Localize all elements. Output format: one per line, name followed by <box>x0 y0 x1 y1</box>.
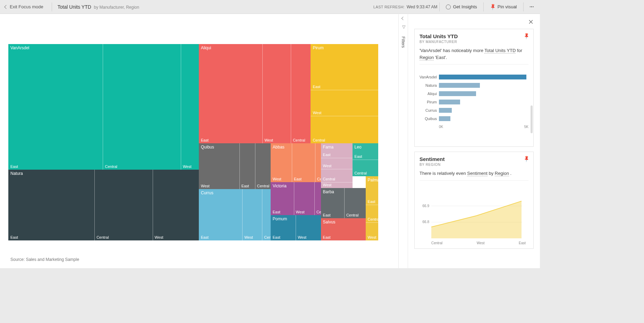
insight-card-text: 'VanArsdel' has noticeably more Total Un… <box>420 47 528 65</box>
treemap-subregion[interactable]: East <box>8 170 94 240</box>
treemap-subregion[interactable]: West <box>294 182 314 215</box>
treemap-visual[interactable]: EastCentralWestVanArsdelEastCentralWestN… <box>8 44 378 240</box>
bar-label: Quibus <box>420 117 439 121</box>
treemap-node-label: Palma <box>368 178 378 182</box>
svg-text:66.9: 66.9 <box>423 204 430 207</box>
treemap-subregion-label: East <box>294 177 302 181</box>
bar-segment[interactable] <box>439 91 476 96</box>
treemap-subregion[interactable]: West <box>262 44 291 143</box>
treemap-subregion[interactable]: West <box>242 189 262 240</box>
bar-label: Currus <box>420 108 439 112</box>
treemap-node-aliqui[interactable]: EastWestCentralAliqui <box>199 44 311 143</box>
link-sentiment[interactable]: Sentiment <box>467 171 488 176</box>
treemap-subregion[interactable]: East <box>199 44 262 143</box>
bar-segment[interactable] <box>439 75 526 79</box>
get-insights-label: Get Insights <box>453 4 477 9</box>
treemap-subregion[interactable]: West <box>321 182 353 188</box>
treemap-subregion[interactable]: Central <box>353 160 378 176</box>
treemap-subregion-label: West <box>201 184 210 188</box>
treemap-subregion[interactable]: Central <box>262 189 270 240</box>
bar-row: Quibus <box>420 114 528 123</box>
axis-tick: Central <box>431 241 442 245</box>
more-options-button[interactable] <box>526 5 538 9</box>
treemap-subregion[interactable]: Central <box>94 170 152 240</box>
ellipsis-icon <box>530 6 534 7</box>
insight-card-units[interactable]: 📌 Total Units YTD BY MANUFACTURER 'VanAr… <box>414 29 534 147</box>
exit-focus-button[interactable]: Exit Focus mode <box>2 3 46 11</box>
treemap-subregion-label: Central <box>355 171 367 175</box>
treemap-subregion[interactable]: West <box>181 44 199 170</box>
treemap-node-currus[interactable]: EastWestCentralCurrus <box>199 189 271 240</box>
insight-card-title: Sentiment <box>420 156 528 162</box>
treemap-subregion-label: West <box>323 164 332 168</box>
treemap-subregion-label: Central <box>317 177 321 181</box>
treemap-node-abbas[interactable]: WestEastCentralAbbas <box>271 143 321 182</box>
treemap-node-natura[interactable]: EastCentralWestNatura <box>8 170 199 240</box>
get-insights-button[interactable]: Get Insights <box>442 3 481 11</box>
treemap-node-palma[interactable]: EastCentralWestPalma <box>366 176 378 240</box>
chevron-left-icon[interactable] <box>401 17 405 20</box>
treemap-subregion[interactable]: East <box>8 44 103 170</box>
filters-rail[interactable]: ◁ Filters <box>398 14 408 268</box>
treemap-node-barba[interactable]: EastCentralBarba <box>321 188 366 218</box>
treemap-node-leo[interactable]: EastCentralLeo <box>353 143 378 176</box>
treemap-node-fama[interactable]: EastWestCentralWestFama <box>321 143 353 188</box>
treemap-node-salvus[interactable]: EastSalvus <box>321 218 366 240</box>
insight-card-sentiment[interactable]: 📌 Sentiment BY REGION There is relativel… <box>414 152 534 249</box>
treemap-subregion-label: West <box>323 183 332 187</box>
bar-label: Aliqui <box>420 92 439 96</box>
treemap-node-vanarsdel[interactable]: EastCentralWestVanArsdel <box>8 44 199 170</box>
treemap-subregion[interactable]: West <box>153 170 199 240</box>
area-chart-axis: CentralWestEast <box>420 240 528 245</box>
bar-segment[interactable] <box>439 116 450 121</box>
treemap-node-pirum[interactable]: EastWestCentralPirum <box>311 44 378 143</box>
treemap-subregion-label: West <box>298 235 306 239</box>
treemap-subregion[interactable]: East <box>199 189 242 240</box>
treemap-subregion[interactable]: West <box>199 143 239 189</box>
scrollbar-thumb[interactable] <box>531 105 533 133</box>
top-bar: Exit Focus mode Total Units YTD by Manuf… <box>0 0 540 14</box>
bar-segment[interactable] <box>439 83 480 88</box>
treemap-subregion[interactable]: Central <box>255 143 271 189</box>
treemap-subregion[interactable]: Central <box>103 44 180 170</box>
treemap-subregion[interactable]: Central <box>321 169 353 182</box>
treemap-subregion[interactable]: Central <box>344 188 366 218</box>
pin-visual-button[interactable]: 📌 Pin visual <box>486 3 521 11</box>
treemap-subregion[interactable]: West <box>296 215 321 240</box>
link-total-units[interactable]: Total Units YTD <box>484 48 516 53</box>
treemap-subregion[interactable]: Central <box>311 116 378 143</box>
axis-tick: 5K <box>524 125 528 129</box>
close-insights-button[interactable] <box>528 19 534 26</box>
bar-row: VanArsdel <box>420 73 528 81</box>
bar-label: Pirum <box>420 100 439 104</box>
treemap-subregion[interactable]: Central <box>291 44 311 143</box>
treemap-subregion[interactable]: East <box>239 143 255 189</box>
treemap-subregion[interactable]: West <box>366 222 378 240</box>
treemap-subregion[interactable]: East <box>292 143 315 182</box>
treemap-subregion-label: East <box>355 154 362 159</box>
treemap-subregion[interactable]: Central <box>366 205 378 222</box>
link-region[interactable]: Region <box>495 171 509 176</box>
treemap-subregion[interactable]: Central <box>315 143 321 182</box>
bar-segment[interactable] <box>439 100 460 104</box>
separator <box>523 2 524 11</box>
treemap-subregion[interactable]: East <box>311 44 378 90</box>
treemap-subregion-label: East <box>323 213 331 217</box>
treemap-subregion-label: Central <box>346 213 358 217</box>
bar-row: Pirum <box>420 98 528 106</box>
treemap-node-pomum[interactable]: EastWestPomum <box>271 215 321 240</box>
treemap-subregion[interactable]: West <box>311 90 378 116</box>
treemap-subregion[interactable]: Central <box>314 182 321 215</box>
treemap-subregion-label: East <box>323 235 331 239</box>
pin-card-button[interactable]: 📌 <box>524 33 529 39</box>
bar-label: Natura <box>420 83 439 87</box>
page-title: Total Units YTD <box>58 4 91 10</box>
treemap-node-victoria[interactable]: EastWestCentralVictoria <box>271 182 321 215</box>
link-region[interactable]: Region <box>420 55 434 60</box>
bar-segment[interactable] <box>439 108 452 113</box>
treemap-node-quibus[interactable]: WestEastCentralQuibus <box>199 143 271 189</box>
bar-row: Aliqui <box>420 90 528 98</box>
treemap-node-label: Quibus <box>201 145 214 150</box>
treemap-subregion[interactable]: West <box>321 158 353 169</box>
pin-card-button[interactable]: 📌 <box>524 156 529 161</box>
